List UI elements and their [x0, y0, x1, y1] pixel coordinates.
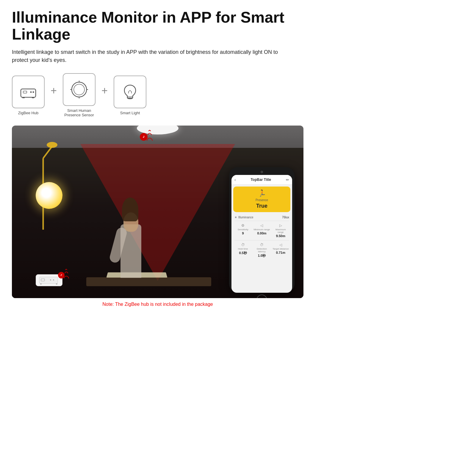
zigbee-signal-ceiling: Z — [140, 130, 153, 144]
edit-icon[interactable]: ✏ — [286, 178, 289, 182]
phone-data-section: ☀ Illuminance 76lux ⚙ Sensitivity 9 ◁ Mi… — [231, 214, 292, 293]
svg-point-19 — [50, 279, 51, 281]
svg-point-7 — [74, 84, 84, 95]
phone-camera — [261, 171, 263, 173]
page-subtitle: Intelligent linkage to smart switch in t… — [12, 48, 280, 64]
svg-point-3 — [33, 91, 34, 93]
phone-screen: ‹ TopBar Title ✏ 🏃 Presence True ☀ Illum… — [231, 175, 292, 293]
device-box-hub — [12, 76, 45, 108]
hub-icon — [18, 82, 39, 102]
presence-card: 🏃 Presence True — [233, 187, 290, 212]
svg-rect-1 — [23, 91, 27, 93]
device-box-sensor — [63, 73, 95, 106]
divider-1 — [234, 240, 289, 240]
min-range-icon: ◁ — [260, 223, 263, 228]
sensitivity-icon: ⚙ — [241, 223, 245, 228]
zigbee-hub-bottom: Z — [36, 274, 62, 286]
svg-rect-4 — [22, 97, 25, 98]
hold-time-label: Hold time — [238, 248, 248, 250]
device-sensor: Smart Human Presence Sensor — [63, 73, 95, 117]
target-distance-label: Target distance — [273, 248, 289, 250]
min-range-cell: ◁ Minimum range 0.00m — [253, 223, 270, 238]
svg-rect-0 — [21, 89, 36, 97]
detection-latency-label: Detection latency — [253, 248, 270, 253]
light-icon — [120, 82, 140, 102]
illuminance-row: ☀ Illuminance 76lux — [234, 216, 289, 221]
phone-topbar: ‹ TopBar Title ✏ — [231, 175, 292, 185]
page-title: Illuminance Monitor in APP for Smart Lin… — [12, 9, 303, 43]
globe-lamp — [36, 182, 62, 209]
presence-label: Presence — [256, 198, 268, 202]
hub-label: ZigBee Hub — [18, 111, 39, 115]
svg-rect-17 — [39, 277, 58, 284]
max-range-value: 9.50m — [276, 234, 285, 238]
illuminance-left: ☀ Illuminance — [234, 216, 253, 219]
plus-2: + — [98, 84, 111, 97]
device-light: Smart Light — [114, 76, 146, 115]
sensitivity-value: 9 — [242, 231, 244, 235]
sensitivity-label: Sensitivity — [238, 228, 248, 231]
person-running-icon: 🏃 — [258, 190, 266, 197]
light-label: Smart Light — [120, 111, 140, 115]
hold-time-value: 0.5秒 — [239, 251, 247, 255]
sensor-icon — [69, 79, 90, 100]
illuminance-label: Illuminance — [238, 216, 253, 219]
phone-mockup: ‹ TopBar Title ✏ 🏃 Presence True ☀ Illum… — [229, 167, 295, 292]
devices-row: ZigBee Hub + Smart Human Presence Sensor… — [12, 73, 303, 117]
hold-time-icon: ⏱ — [241, 243, 245, 247]
svg-point-20 — [53, 279, 54, 281]
min-range-value: 0.00m — [257, 231, 266, 235]
device-box-light — [114, 76, 146, 108]
scene-image: Z — [12, 126, 303, 298]
min-range-label: Minimum range — [253, 228, 270, 231]
detection-latency-value: 1.0秒 — [258, 253, 266, 258]
device-zigbee-hub: ZigBee Hub — [12, 76, 45, 115]
illuminance-value: 76lux — [282, 216, 289, 219]
max-range-label: Maximum range — [272, 228, 289, 234]
sun-icon: ☀ — [234, 216, 237, 219]
presence-value: True — [256, 203, 267, 209]
target-distance-icon: ◁ — [279, 243, 282, 247]
hub-zigbee-signal: Z — [58, 269, 69, 281]
target-distance-cell: ◁ Target distance 0.71m — [272, 243, 289, 258]
topbar-title: TopBar Title — [250, 178, 271, 182]
sensitivity-cell: ⚙ Sensitivity 9 — [234, 223, 251, 238]
max-range-cell: ▷ Maximum range 9.50m — [272, 223, 289, 238]
plus-1: + — [48, 84, 60, 97]
svg-point-2 — [30, 91, 32, 93]
hold-time-cell: ⏱ Hold time 0.5秒 — [234, 243, 251, 258]
data-grid-1: ⚙ Sensitivity 9 ◁ Minimum range 0.00m ▷ … — [234, 223, 289, 238]
hub-device-icon — [39, 276, 60, 285]
svg-rect-21 — [40, 284, 42, 284]
target-distance-value: 0.71m — [276, 251, 285, 254]
detection-latency-icon: ⏱ — [260, 243, 264, 247]
sensor-label: Smart Human Presence Sensor — [63, 108, 95, 117]
svg-rect-5 — [32, 97, 34, 98]
detection-latency-cell: ⏱ Detection latency 1.0秒 — [253, 243, 270, 258]
data-grid-2: ⏱ Hold time 0.5秒 ⏱ Detection latency 1.0… — [234, 243, 289, 258]
light-detection-cone — [80, 144, 235, 281]
max-range-icon: ▷ — [279, 223, 282, 228]
svg-rect-22 — [56, 284, 57, 284]
back-icon[interactable]: ‹ — [234, 177, 236, 182]
svg-point-16 — [47, 142, 57, 148]
note-text: Note: The ZigBee hub is not included in … — [12, 302, 303, 307]
svg-line-15 — [43, 146, 52, 158]
